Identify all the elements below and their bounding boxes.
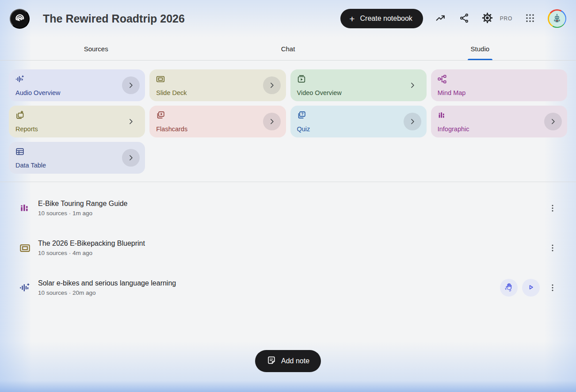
artifact-text: The 2026 E-Bikepacking Blueprint 10 sour… xyxy=(38,240,145,256)
studio-cards-grid: Audio Overview Slide Deck xyxy=(9,69,567,174)
footer: Add note xyxy=(0,350,576,372)
chevron-right-icon[interactable] xyxy=(263,113,281,130)
infographic-icon xyxy=(18,202,32,214)
trending-up-icon xyxy=(435,12,446,25)
card-flashcards[interactable]: Flashcards xyxy=(149,106,286,137)
tab-studio-label: Studio xyxy=(471,45,490,53)
play-icon xyxy=(526,283,535,293)
quiz-icon: ? xyxy=(297,110,420,120)
notebooklm-logo[interactable] xyxy=(10,9,30,29)
slide-deck-icon xyxy=(156,74,279,84)
create-notebook-button[interactable]: + Create notebook xyxy=(340,9,423,28)
card-infographic[interactable]: Infographic xyxy=(431,106,567,137)
card-mind-map[interactable]: Mind Map xyxy=(431,69,567,101)
card-reports[interactable]: Reports xyxy=(9,106,145,137)
artifact-meta: 10 sources · 20m ago xyxy=(38,289,176,296)
chevron-right-icon[interactable] xyxy=(544,113,562,130)
tab-active-underline xyxy=(468,59,492,60)
chevron-right-icon[interactable] xyxy=(404,113,421,130)
add-note-label: Add note xyxy=(281,357,309,365)
artifact-title: Solar e-bikes and serious language learn… xyxy=(38,279,176,287)
card-video-overview[interactable]: Video Overview xyxy=(290,69,427,101)
waving-hand-icon xyxy=(504,282,514,293)
card-label: Audio Overview xyxy=(15,89,61,96)
tab-studio[interactable]: Studio xyxy=(384,37,576,60)
notebooklm-logo-icon xyxy=(14,12,26,25)
artifact-meta: 10 sources · 4m ago xyxy=(38,250,145,256)
account-avatar[interactable] xyxy=(548,9,566,28)
chevron-right-icon[interactable] xyxy=(122,149,140,167)
artifact-meta: 10 sources · 1m ago xyxy=(38,210,128,217)
notebook-page: The Rewired Roadtrip 2026 + Create noteb… xyxy=(0,0,576,392)
header: The Rewired Roadtrip 2026 + Create noteb… xyxy=(0,0,576,37)
chevron-right-icon[interactable] xyxy=(122,76,140,94)
create-notebook-label: Create notebook xyxy=(360,15,412,23)
audio-waveform-sparkle-icon xyxy=(18,282,32,293)
pro-badge: PRO xyxy=(500,15,512,22)
tab-sources[interactable]: Sources xyxy=(0,37,192,60)
tab-chat[interactable]: Chat xyxy=(192,37,384,60)
play-button[interactable] xyxy=(522,279,540,297)
analytics-button[interactable] xyxy=(435,13,446,24)
card-label: Mind Map xyxy=(438,89,466,96)
infographic-icon xyxy=(437,110,561,120)
card-audio-overview[interactable]: Audio Overview xyxy=(9,69,145,101)
artifact-title: E-Bike Touring Range Guide xyxy=(38,200,128,208)
audio-waveform-sparkle-icon xyxy=(15,74,139,84)
chevron-right-icon[interactable] xyxy=(263,76,281,94)
card-data-table[interactable]: Data Table xyxy=(9,142,145,174)
settings-button[interactable] xyxy=(482,13,493,24)
header-actions: + Create notebook xyxy=(340,9,566,28)
artifact-actions xyxy=(500,279,558,297)
reports-icon xyxy=(15,110,139,120)
artifact-text: E-Bike Touring Range Guide 10 sources · … xyxy=(38,200,128,217)
data-table-icon xyxy=(15,147,139,156)
apps-grid-icon xyxy=(525,13,535,25)
artifact-text: Solar e-bikes and serious language learn… xyxy=(38,279,176,296)
svg-text:?: ? xyxy=(301,112,303,116)
artifact-list: E-Bike Touring Range Guide 10 sources · … xyxy=(0,182,576,308)
more-options-button[interactable] xyxy=(547,239,558,257)
add-note-button[interactable]: Add note xyxy=(255,350,321,372)
apps-grid-button[interactable] xyxy=(524,13,536,24)
artifact-title: The 2026 E-Bikepacking Blueprint xyxy=(38,240,145,247)
artifact-actions xyxy=(544,239,558,257)
list-item-2026-ebikepacking-blueprint[interactable]: The 2026 E-Bikepacking Blueprint 10 sour… xyxy=(0,228,576,268)
card-label: Quiz xyxy=(297,126,310,133)
flashcards-icon xyxy=(156,110,279,120)
more-options-button[interactable] xyxy=(547,199,558,217)
chevron-right-icon[interactable] xyxy=(404,76,421,94)
tab-chat-label: Chat xyxy=(281,45,295,53)
share-button[interactable] xyxy=(458,13,470,24)
list-item-ebike-touring-range-guide[interactable]: E-Bike Touring Range Guide 10 sources · … xyxy=(0,188,576,228)
card-label: Infographic xyxy=(438,126,469,133)
interactive-mode-button[interactable] xyxy=(500,279,518,297)
page-title: The Rewired Roadtrip 2026 xyxy=(43,12,185,25)
video-overview-icon xyxy=(297,74,420,84)
main-tabs: Sources Chat Studio xyxy=(0,37,576,61)
gear-icon xyxy=(482,12,493,25)
mind-map-icon xyxy=(437,74,561,84)
card-label: Flashcards xyxy=(156,126,187,133)
share-icon xyxy=(459,13,469,25)
card-label: Slide Deck xyxy=(156,89,187,96)
list-item-solar-ebikes-audio[interactable]: Solar e-bikes and serious language learn… xyxy=(0,268,576,308)
card-label: Video Overview xyxy=(297,89,342,96)
card-slide-deck[interactable]: Slide Deck xyxy=(149,69,286,101)
plus-icon: + xyxy=(349,14,355,23)
studio-panel: Audio Overview Slide Deck xyxy=(0,61,576,182)
avatar-robot-image xyxy=(549,11,565,27)
artifact-actions xyxy=(544,199,558,217)
card-label: Reports xyxy=(15,126,38,133)
chevron-right-icon[interactable] xyxy=(122,113,140,130)
note-icon xyxy=(267,355,276,367)
more-options-button[interactable] xyxy=(547,279,558,297)
slide-deck-icon xyxy=(18,242,32,254)
card-quiz[interactable]: ? Quiz xyxy=(290,106,427,137)
card-label: Data Table xyxy=(15,162,46,169)
tab-sources-label: Sources xyxy=(84,45,108,53)
